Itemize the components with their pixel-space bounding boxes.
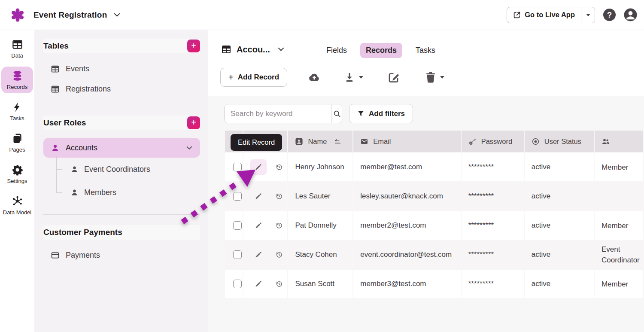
cell-password[interactable]: ********* <box>462 241 524 269</box>
section-title: Tables <box>43 41 69 51</box>
cell-email[interactable]: member2@test.com <box>353 211 460 240</box>
delete-icon <box>424 71 437 84</box>
column-header-user-roles[interactable] <box>595 131 643 152</box>
tab-fields[interactable]: Fields <box>321 43 352 58</box>
edit-row-button[interactable] <box>250 159 267 175</box>
cell-roles[interactable]: Event Coordinator <box>595 241 643 269</box>
live-app-caret[interactable] <box>581 7 595 23</box>
sidebar-item-events[interactable]: Events <box>51 64 200 73</box>
rail-label: Tasks <box>10 115 24 122</box>
tab-records[interactable]: Records <box>360 43 402 58</box>
row-checkbox[interactable] <box>233 192 242 201</box>
user-roles-tree: Event Coordinators Members <box>56 158 200 204</box>
cell-name[interactable]: Stacy Cohen <box>288 241 352 269</box>
table-selector[interactable]: Accou... <box>221 44 284 55</box>
cell-email[interactable]: lesley.sauter@knack.com <box>353 182 460 210</box>
rail-label: Pages <box>9 146 25 153</box>
section-title: Customer Payments <box>43 228 122 237</box>
cell-status[interactable]: active <box>525 182 594 210</box>
grid-header-row: Name Email <box>225 131 643 152</box>
person-icon <box>70 165 79 174</box>
sidebar-item-label: Event Coordinators <box>84 165 150 174</box>
add-filters-button[interactable]: Add filters <box>349 104 413 123</box>
cell-status[interactable]: active <box>525 153 594 181</box>
chevron-down-icon[interactable] <box>114 13 120 17</box>
column-header-user-status[interactable]: User Status <box>525 131 594 152</box>
rail-item-data-model[interactable]: Data Model <box>1 192 33 219</box>
sidebar-item-payments[interactable]: Payments <box>51 251 200 260</box>
row-history-button[interactable] <box>271 159 287 175</box>
cell-password[interactable]: ********* <box>462 182 524 210</box>
view-tabs: Fields Records Tasks <box>321 43 441 58</box>
go-to-live-app-main[interactable]: Go to Live App <box>507 7 581 23</box>
rail-item-records[interactable]: Records <box>1 67 33 93</box>
add-table-button[interactable]: + <box>187 40 200 52</box>
sidebar-item-event-coordinators[interactable]: Event Coordinators <box>56 158 200 181</box>
cell-name[interactable]: Les Sauter <box>288 182 352 210</box>
row-checkbox[interactable] <box>233 250 242 259</box>
rail-item-tasks[interactable]: Tasks <box>1 98 33 125</box>
cell-status[interactable]: active <box>525 241 594 269</box>
help-icon[interactable]: ? <box>603 8 616 21</box>
batch-edit-button[interactable] <box>387 71 400 84</box>
row-history-button[interactable] <box>271 189 287 204</box>
cell-password[interactable]: ********* <box>462 211 524 240</box>
sidebar-item-label: Accounts <box>66 143 97 152</box>
import-button[interactable] <box>308 71 321 84</box>
column-header-name[interactable]: Name <box>288 131 352 152</box>
knack-asterisk-logo <box>10 8 25 22</box>
chevron-down-icon[interactable] <box>186 146 192 150</box>
row-history-button[interactable] <box>271 276 287 292</box>
row-history-button[interactable] <box>271 247 287 262</box>
cell-name[interactable]: Henry Johnson <box>288 153 352 181</box>
row-checkbox[interactable] <box>233 163 242 171</box>
cell-roles[interactable] <box>595 182 643 210</box>
edit-row-button[interactable] <box>250 247 267 262</box>
delete-records-button[interactable] <box>424 71 444 84</box>
history-icon <box>275 192 283 200</box>
table-row: Susan Scott member3@test.com ********* a… <box>225 270 643 298</box>
column-header-password[interactable]: Password <box>462 131 524 152</box>
sidebar-item-members[interactable]: Members <box>56 181 200 204</box>
cell-name[interactable]: Pat Donnelly <box>288 211 352 240</box>
sidebar-item-registrations[interactable]: Registrations <box>51 85 200 94</box>
row-checkbox[interactable] <box>233 280 242 288</box>
add-record-button[interactable]: + Add Record <box>220 68 287 87</box>
column-header-email[interactable]: Email <box>353 131 460 152</box>
add-record-label: Add Record <box>238 73 279 82</box>
add-user-role-button[interactable]: + <box>187 116 200 129</box>
edit-row-button[interactable] <box>250 276 267 292</box>
cell-name[interactable]: Susan Scott <box>288 270 352 298</box>
cell-status[interactable]: active <box>525 270 594 298</box>
cell-email[interactable]: member3@test.com <box>353 270 460 298</box>
svg-text:?: ? <box>607 10 612 19</box>
cell-roles[interactable]: Member <box>595 153 643 181</box>
history-icon <box>275 163 283 171</box>
records-grid: Name Email <box>224 130 644 299</box>
row-checkbox[interactable] <box>233 221 242 230</box>
tab-tasks[interactable]: Tasks <box>410 43 441 58</box>
cell-roles[interactable]: Member <box>595 270 643 298</box>
row-history-button[interactable] <box>271 218 287 233</box>
cell-password[interactable]: ********* <box>462 270 524 298</box>
cell-password[interactable]: ********* <box>462 153 524 181</box>
cell-email[interactable]: event.coordinator@test.com <box>353 241 460 269</box>
gear-icon <box>12 164 23 176</box>
search-button[interactable] <box>331 104 342 123</box>
sidebar-item-label: Members <box>84 188 116 197</box>
edit-row-button[interactable] <box>250 218 267 233</box>
rail-item-pages[interactable]: Pages <box>1 129 33 156</box>
top-bar: Event Registration Go to Live App ? <box>0 0 644 30</box>
sort-icon[interactable] <box>334 139 341 144</box>
person-badge-icon <box>295 137 303 146</box>
edit-row-button[interactable] <box>250 189 267 204</box>
cell-email[interactable]: member@test.com <box>353 153 460 181</box>
cell-status[interactable]: active <box>525 211 594 240</box>
search-input[interactable] <box>225 104 331 123</box>
cell-roles[interactable]: Member <box>595 211 643 240</box>
rail-item-data[interactable]: Data <box>1 35 33 62</box>
export-button[interactable] <box>343 71 363 84</box>
avatar-icon[interactable] <box>624 8 637 21</box>
rail-item-settings[interactable]: Settings <box>1 161 33 187</box>
sidebar-item-accounts[interactable]: Accounts <box>43 138 200 158</box>
